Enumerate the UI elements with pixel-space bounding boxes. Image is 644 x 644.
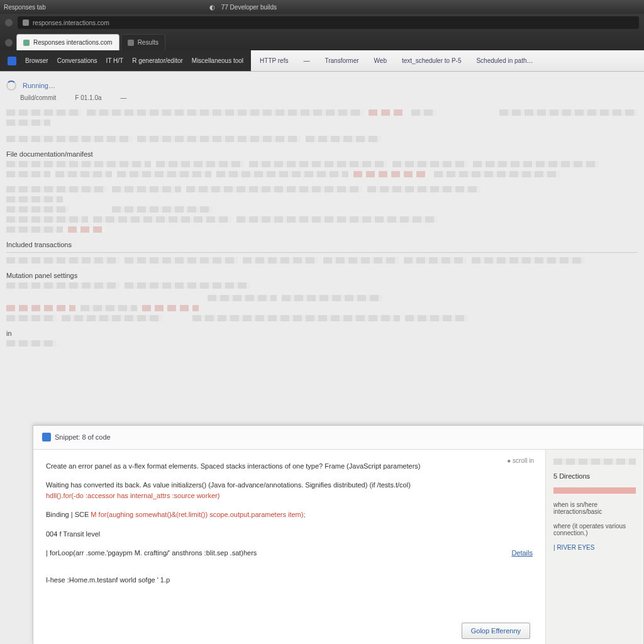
code-line: I-hese :Home.m.testanf world sofge ' 1.p [46, 575, 533, 586]
body-row [6, 196, 638, 203]
address-bar[interactable]: responses.interactions.com [18, 16, 639, 29]
window-titlebar: Responses tab ◐ 77 Developer builds [0, 0, 644, 14]
code-line: Create an error panel as a v-flex format… [46, 461, 533, 472]
code-text: | forLoop(arr .some.'pgaypm M. crafting/… [46, 549, 257, 557]
panel-main: ● scroll in Create an error panel as a v… [33, 450, 546, 645]
nav-chip[interactable]: Transformer [325, 57, 358, 64]
meta-field: F 01.1.0a [75, 94, 101, 101]
body-row [6, 294, 638, 302]
nav-chip[interactable]: HTTP refs [260, 57, 288, 64]
scroll-hint: ● scroll in [507, 457, 534, 464]
panel-icon [42, 433, 51, 441]
body-row [6, 340, 638, 347]
body-row [6, 160, 638, 168]
body-row [6, 314, 638, 322]
sidebar-smudge [553, 458, 636, 465]
section-title: Mutation panel settings [6, 272, 638, 279]
code-warning: M for(aughing somewhat()&(ret.limit()) s… [91, 511, 305, 518]
window-title: Responses tab [4, 4, 46, 11]
primary-action-button[interactable]: Golop Efferenny [462, 623, 530, 639]
sidebar-warning-bar [553, 487, 636, 494]
section-title: Included transactions [6, 241, 638, 248]
site-favicon-icon [23, 19, 29, 26]
body-row [6, 216, 638, 223]
details-link[interactable]: Details [511, 548, 533, 558]
sidebar-heading: 5 Directions [553, 472, 636, 480]
sidebar-text: when is sn/here interactions/basic [553, 501, 636, 515]
nav-chip[interactable]: Scheduled in path… [476, 57, 533, 64]
panel-title: Snippet: 8 of code [55, 433, 111, 441]
panel-sidebar: 5 Directions when is sn/here interaction… [546, 450, 643, 645]
browser-tab[interactable]: Results [121, 34, 165, 50]
code-warning: hdll().for(-do :accessor has internal_at… [46, 492, 219, 499]
code-text: Binding | SCE [46, 511, 89, 518]
body-row [6, 135, 638, 143]
titlebar-status-icon: ◐ [209, 4, 215, 11]
address-bar-text: responses.interactions.com [33, 19, 109, 26]
code-text: Waiting has converted its back. As value… [46, 481, 411, 489]
nav-chip[interactable]: Web [374, 57, 387, 64]
app-logo-icon[interactable] [8, 57, 16, 65]
body-row [6, 186, 638, 193]
tab-favicon-icon [128, 40, 134, 46]
code-line: Binding | SCE M for(aughing somewhat()&(… [46, 509, 533, 520]
body-row [6, 304, 638, 312]
new-tab-icon[interactable] [5, 39, 13, 47]
body-row [6, 257, 638, 264]
divider [6, 252, 638, 253]
meta-field: Build/commit [20, 94, 56, 101]
section-title: in [6, 330, 638, 337]
code-line: Waiting has converted its back. As value… [46, 480, 533, 501]
body-row [6, 226, 638, 233]
code-line: 004 f Transit level [46, 529, 533, 540]
browser-chrome: responses.interactions.com Responses int… [0, 14, 644, 50]
nav-item[interactable]: Browser [25, 57, 48, 64]
nav-chip[interactable]: text_scheduler to P-5 [402, 57, 462, 64]
sidebar-text: where (it operates various connection.) [553, 523, 636, 536]
panel-body: ● scroll in Create an error panel as a v… [33, 450, 643, 645]
titlebar-status-text: 77 Developer builds [221, 4, 277, 11]
body-row [6, 170, 638, 178]
tab-label: Results [138, 39, 158, 46]
traffic-light-icon[interactable] [5, 19, 13, 26]
panel-header[interactable]: Snippet: 8 of code [33, 426, 643, 450]
page-meta: Build/commit F 01.1.0a — [20, 94, 638, 101]
urlbar-row: responses.interactions.com [0, 14, 644, 31]
app-navbar: Browser Conversations IT H/T R generator… [0, 50, 644, 72]
tab-label: Responses interactions.com [33, 39, 113, 46]
section-title: File documentation/manifest [6, 150, 638, 158]
nav-item[interactable]: Miscellaneous tool [192, 57, 243, 64]
tab-favicon-icon [23, 40, 30, 46]
navbar-dark-section: Browser Conversations IT H/T R generator… [0, 50, 251, 71]
body-row [6, 206, 638, 213]
loading-indicator: Running… [6, 80, 638, 91]
browser-tabstrip: Responses interactions.com Results [0, 31, 644, 50]
meta-field: — [121, 94, 127, 101]
body-row [6, 119, 638, 126]
panel-footer: Golop Efferenny [462, 623, 530, 639]
navbar-light-section: HTTP refs — Transformer Web text_schedul… [251, 57, 644, 64]
browser-tab-active[interactable]: Responses interactions.com [16, 34, 119, 50]
nav-item[interactable]: Conversations [57, 57, 97, 64]
body-row [6, 109, 638, 116]
page-body: Running… Build/commit F 01.1.0a — File d… [0, 72, 644, 644]
sidebar-link[interactable]: | RIVER EYES [553, 544, 636, 551]
nav-chip: — [303, 57, 309, 64]
code-snippet-panel: Snippet: 8 of code ● scroll in Create an… [33, 425, 644, 645]
body-row [6, 282, 638, 289]
nav-item[interactable]: R generator/editor [132, 57, 183, 64]
loading-label: Running… [23, 82, 55, 89]
nav-item[interactable]: IT H/T [106, 57, 124, 64]
code-line: | forLoop(arr .some.'pgaypm M. crafting/… [46, 548, 533, 558]
spinner-icon [6, 80, 16, 91]
